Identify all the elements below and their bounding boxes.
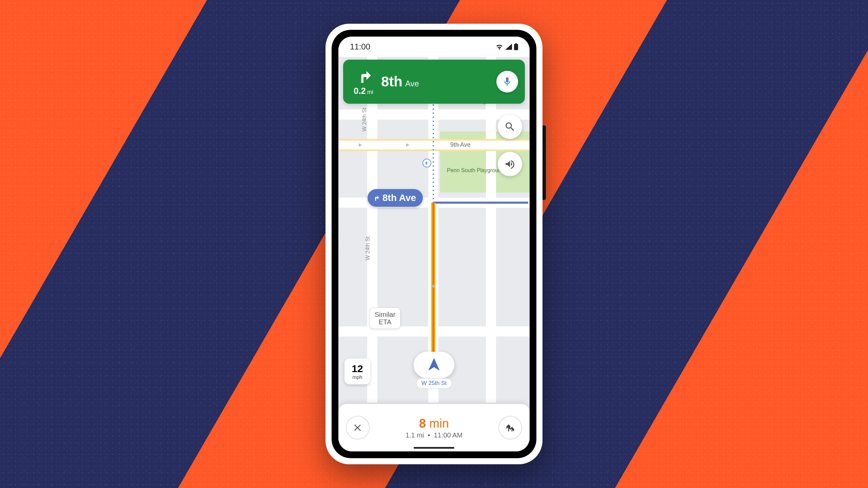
close-navigation-button[interactable] — [346, 416, 370, 440]
next-street-main: 8th — [381, 74, 402, 90]
route-options-icon — [505, 423, 515, 433]
turn-distance: 0.2 mi — [354, 86, 373, 96]
wifi-icon — [496, 44, 503, 50]
map-label-9th-ave: 9th Ave — [450, 141, 471, 148]
trip-eta-value: 8 — [419, 416, 426, 430]
sound-button[interactable] — [498, 152, 522, 176]
map-label-w24-b: W 24th St — [365, 236, 371, 260]
map-label-w24-a: W 24th St — [361, 107, 367, 131]
alternate-routes-button[interactable] — [498, 416, 522, 440]
navigation-arrow-icon — [426, 357, 442, 373]
microphone-icon — [502, 77, 512, 87]
current-street-label: W 25th St — [421, 380, 447, 386]
sound-icon — [504, 158, 516, 170]
speed-unit: mph — [352, 374, 362, 380]
trip-summary: 8 min 1.1 mi • 11:00 AM — [406, 416, 462, 439]
turn-right-icon — [372, 194, 380, 202]
next-street-suffix: Ave — [405, 79, 419, 88]
current-street-chip: W 25th St — [416, 378, 452, 388]
status-bar: 11:00 — [338, 37, 530, 57]
alt-route-eta-line1: Similar — [375, 311, 395, 318]
svg-rect-1 — [514, 44, 518, 50]
bottom-sheet[interactable]: 8 min 1.1 mi • 11:00 AM — [338, 404, 530, 451]
turn-right-icon — [355, 67, 372, 85]
battery-icon — [514, 43, 518, 50]
phone-bezel: 11:00 — [332, 30, 536, 458]
status-time: 11:00 — [350, 42, 370, 52]
alt-route-eta-pill[interactable]: Similar ETA — [370, 308, 400, 329]
turn-label-text: 8th Ave — [382, 192, 416, 203]
svg-rect-0 — [515, 43, 517, 44]
search-button[interactable] — [498, 115, 522, 139]
trip-distance: 1.1 mi — [406, 431, 424, 439]
trip-arrival: 11:00 AM — [434, 431, 463, 439]
turn-distance-value: 0.2 — [354, 86, 366, 96]
close-icon — [353, 423, 363, 433]
signal-icon — [505, 44, 512, 50]
search-icon — [504, 121, 516, 133]
current-position-marker — [414, 352, 454, 378]
next-street: 8th Ave — [381, 74, 419, 90]
gesture-handle — [414, 447, 454, 449]
pedestrian-icon — [422, 159, 431, 167]
trip-subline: 1.1 mi • 11:00 AM — [406, 431, 462, 439]
trip-sep: • — [428, 431, 430, 439]
trip-eta: 8 min — [406, 416, 462, 431]
voice-search-button[interactable] — [496, 71, 518, 93]
map-poi-label: Penn South Playground — [447, 167, 504, 173]
turn-distance-unit: mi — [367, 89, 373, 96]
alt-route-eta-line2: ETA — [375, 318, 395, 326]
speed-widget: 12 mph — [344, 359, 370, 384]
turn-label-bubble[interactable]: 8th Ave — [368, 189, 423, 207]
trip-eta-unit: min — [429, 416, 449, 430]
direction-card[interactable]: 0.2 mi 8th Ave — [343, 60, 525, 104]
speed-value: 12 — [352, 364, 363, 374]
status-icons — [496, 43, 518, 50]
phone-frame: 11:00 — [326, 24, 542, 464]
phone-screen: 11:00 — [338, 37, 530, 451]
